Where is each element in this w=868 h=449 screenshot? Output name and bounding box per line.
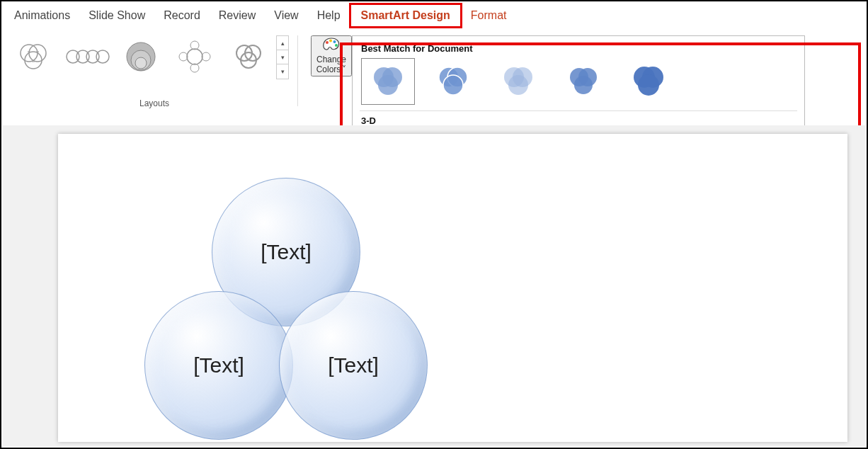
tab-smartart-design[interactable]: SmartArt Design (349, 3, 462, 28)
layout-option-venn-basic[interactable] (8, 35, 58, 78)
layout-option-radial-venn[interactable] (170, 35, 219, 78)
svg-point-36 (574, 76, 593, 94)
svg-point-13 (187, 49, 202, 64)
styles-heading-best-match: Best Match for Document (361, 43, 797, 54)
styles-heading-3d: 3-D (361, 115, 797, 126)
tab-review[interactable]: Review (219, 9, 256, 22)
tab-record[interactable]: Record (164, 9, 200, 22)
slide-workspace: [Text] [Text] [Text] (3, 125, 865, 446)
svg-point-39 (638, 74, 659, 96)
svg-point-12 (135, 57, 147, 69)
change-colors-label: Change Colors˅ (312, 55, 350, 75)
layout-option-linear-venn[interactable] (62, 35, 112, 78)
venn-circle-left[interactable]: [Text] (144, 291, 293, 440)
layouts-group-label: Layouts (139, 98, 169, 108)
svg-point-6 (67, 50, 79, 63)
svg-point-16 (179, 52, 188, 61)
tab-view[interactable]: View (274, 9, 298, 22)
change-colors-button[interactable]: Change Colors˅ (311, 35, 352, 76)
svg-point-15 (190, 64, 199, 72)
tab-slideshow[interactable]: Slide Show (88, 9, 145, 22)
layouts-gallery: ▴ ▾ ▾ (8, 35, 289, 79)
svg-point-9 (96, 50, 109, 63)
slide-canvas[interactable]: [Text] [Text] [Text] (58, 134, 847, 442)
venn-placeholder-a[interactable]: [Text] (261, 240, 312, 264)
palette-icon (321, 37, 341, 52)
layout-option-stacked-venn[interactable] (116, 35, 166, 78)
tab-animations[interactable]: Animations (14, 9, 70, 22)
svg-point-30 (443, 75, 463, 95)
layouts-spinner-up[interactable]: ▴ (277, 36, 288, 50)
layouts-spinner-down[interactable]: ▾ (277, 50, 288, 64)
layout-option-interconnected-rings[interactable] (224, 35, 273, 78)
venn-smartart[interactable]: [Text] [Text] [Text] (144, 178, 428, 447)
style-best-match-5[interactable] (622, 58, 675, 105)
venn-placeholder-c[interactable]: [Text] (328, 353, 379, 377)
svg-point-14 (190, 41, 199, 50)
layouts-spinner-more[interactable]: ▾ (277, 64, 288, 79)
styles-divider (360, 110, 797, 111)
svg-point-7 (76, 50, 89, 63)
style-best-match-2[interactable] (426, 58, 480, 105)
separator (297, 35, 298, 106)
svg-point-27 (378, 75, 398, 95)
venn-circle-right[interactable]: [Text] (279, 291, 428, 440)
ribbon-tabs: Animations Slide Show Record Review View… (1, 1, 867, 31)
tab-format[interactable]: Format (471, 9, 507, 22)
svg-point-8 (86, 50, 99, 63)
style-best-match-4[interactable] (556, 58, 610, 105)
tab-help[interactable]: Help (317, 9, 341, 22)
style-best-match-1[interactable] (361, 58, 415, 105)
svg-point-33 (508, 75, 528, 95)
svg-point-17 (202, 52, 210, 61)
svg-point-23 (333, 40, 336, 43)
style-best-match-3[interactable] (491, 58, 545, 105)
layouts-spinner: ▴ ▾ ▾ (276, 35, 289, 79)
svg-point-24 (335, 44, 338, 47)
venn-placeholder-b[interactable]: [Text] (193, 353, 244, 377)
svg-point-21 (326, 41, 329, 44)
svg-point-22 (329, 40, 332, 42)
